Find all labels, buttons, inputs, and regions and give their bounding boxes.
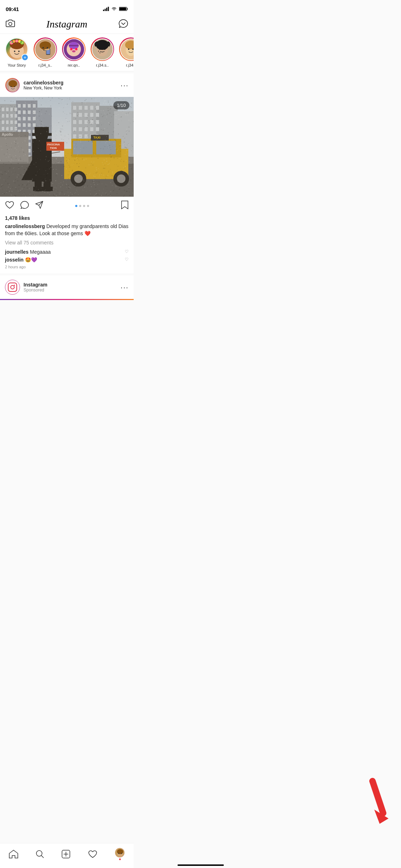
svg-point-56: [14, 285, 15, 286]
signal-icon: [103, 7, 109, 11]
svg-point-47: [128, 48, 129, 50]
post-more-button[interactable]: ···: [120, 81, 129, 89]
story-avatar-wrap-5: [119, 37, 134, 61]
image-counter: 1/10: [113, 101, 129, 109]
svg-point-15: [14, 41, 15, 42]
comment-text-1: journelles Megaaaa: [5, 249, 51, 255]
svg-rect-33: [69, 45, 79, 46]
battery-icon: [119, 7, 128, 11]
post-image-canvas: [0, 97, 134, 197]
svg-point-53: [14, 86, 15, 87]
svg-point-42: [99, 48, 101, 50]
svg-rect-5: [119, 7, 126, 10]
ad-avatar: [5, 280, 20, 295]
status-time: 09:41: [6, 6, 19, 12]
svg-point-48: [132, 48, 134, 50]
commenter-1-text: Megaaaa: [30, 249, 51, 255]
svg-point-22: [18, 51, 20, 52]
post: carolinelossberg New York, New York ··· …: [0, 73, 134, 273]
status-bar: 09:41: [0, 0, 134, 16]
messages-icon[interactable]: [119, 19, 128, 29]
story-avatar-wrap-4: [91, 37, 114, 61]
svg-point-51: [9, 80, 17, 87]
story-item-3[interactable]: rer.qn..: [62, 37, 86, 67]
purple-accent-bar: [0, 299, 134, 300]
story-label: Your Story: [5, 63, 29, 67]
story-label-2: r.j34_s..: [34, 63, 57, 67]
commenter-2-text: 🤩💜: [25, 257, 37, 263]
svg-point-6: [9, 22, 12, 26]
svg-point-41: [96, 40, 109, 50]
header: Instagram: [0, 16, 134, 34]
add-story-button[interactable]: +: [21, 54, 29, 61]
comment-heart-1[interactable]: ♡: [125, 249, 129, 254]
commenter-2-username[interactable]: josselin: [5, 257, 24, 263]
dot-3: [83, 205, 85, 207]
svg-point-16: [16, 41, 17, 42]
dot-1: [75, 205, 77, 207]
post-user-avatar[interactable]: [5, 78, 20, 93]
story-avatar-wrap: +: [5, 37, 29, 61]
wifi-icon: [111, 7, 117, 11]
story-item-your-story[interactable]: + Your Story: [5, 37, 29, 67]
story-avatar-wrap-3: [62, 37, 86, 61]
share-button[interactable]: [35, 201, 43, 211]
caption-username[interactable]: carolinelossberg: [5, 223, 45, 229]
ad-sponsored: Sponsored: [24, 288, 47, 293]
svg-point-52: [10, 86, 11, 87]
post-header-left: carolinelossberg New York, New York: [5, 78, 63, 93]
app-logo: Instagram: [46, 19, 87, 30]
svg-point-38: [72, 50, 76, 52]
post-actions: [0, 197, 134, 215]
svg-rect-1: [105, 9, 106, 11]
comment-button[interactable]: [20, 201, 29, 211]
dot-4: [87, 205, 89, 207]
svg-point-27: [47, 47, 48, 48]
post-location: New York, New York: [24, 86, 63, 91]
save-button[interactable]: [121, 200, 129, 212]
svg-rect-54: [8, 283, 17, 291]
post-image[interactable]: 1/10: [0, 97, 134, 197]
like-button[interactable]: [5, 201, 14, 211]
story-avatar-wrap-2: [34, 37, 57, 61]
post-user-info: carolinelossberg New York, New York: [24, 80, 63, 91]
post-caption: carolinelossberg Developed my grandparen…: [5, 223, 129, 237]
svg-point-17: [19, 41, 20, 42]
svg-point-37: [76, 48, 77, 49]
likes-count[interactable]: 1,478 likes: [5, 215, 129, 221]
story-item-4[interactable]: r.j34.s..: [91, 37, 114, 67]
svg-rect-3: [108, 7, 109, 11]
svg-point-21: [14, 51, 15, 52]
story-label-4: r.j34.s..: [91, 63, 114, 67]
comment-item-2: josselin 🤩💜 ♡: [5, 257, 129, 263]
ad-post: Instagram Sponsored ···: [0, 275, 134, 299]
ad-more-button[interactable]: ···: [120, 283, 129, 291]
post-username[interactable]: carolinelossberg: [24, 80, 63, 86]
ad-user-info: Instagram Sponsored: [24, 282, 47, 293]
carousel-dots: [75, 205, 89, 207]
story-label-5: r.j34..: [119, 63, 134, 67]
svg-rect-0: [103, 10, 104, 11]
story-item-2[interactable]: r.j34_s..: [34, 37, 57, 67]
commenter-1-username[interactable]: journelles: [5, 249, 29, 255]
ad-username[interactable]: Instagram: [24, 282, 47, 288]
stories-row: + Your Story: [0, 34, 134, 71]
story-label-3: rer.qn..: [62, 63, 86, 67]
svg-point-36: [71, 48, 72, 49]
svg-point-55: [11, 285, 14, 289]
camera-icon[interactable]: [6, 19, 15, 29]
post-time: 2 hours ago: [5, 265, 129, 269]
post-actions-left: [5, 201, 43, 211]
comment-heart-2[interactable]: ♡: [125, 257, 129, 262]
view-comments-button[interactable]: View all 75 comments: [5, 240, 129, 246]
comment-text-2: josselin 🤩💜: [5, 257, 37, 263]
status-icons: [103, 7, 128, 11]
svg-rect-2: [106, 8, 107, 11]
comment-item-1: journelles Megaaaa ♡: [5, 249, 129, 255]
post-content: 1,478 likes carolinelossberg Developed m…: [0, 215, 134, 273]
post-header: carolinelossberg New York, New York ···: [0, 73, 134, 97]
dot-2: [79, 205, 81, 207]
svg-point-26: [42, 47, 44, 48]
story-item-5[interactable]: r.j34..: [119, 37, 134, 67]
ad-post-header: Instagram Sponsored ···: [0, 275, 134, 299]
